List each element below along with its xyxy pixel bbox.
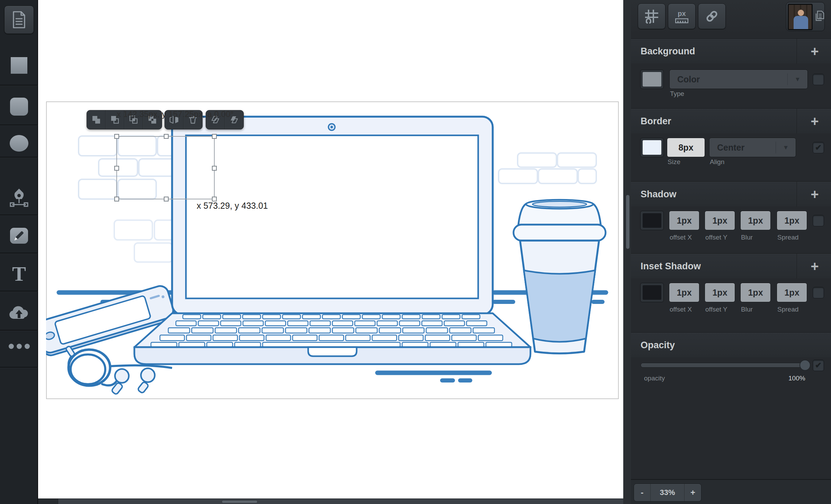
shadow-offset-y-input[interactable]: 1px [705, 211, 735, 230]
selection-handle-e[interactable] [212, 166, 217, 171]
horizontal-scrollbar-thumb[interactable] [222, 500, 258, 503]
blur-label: Blur [741, 234, 753, 241]
link-icon [705, 9, 719, 23]
border-enabled-checkbox[interactable]: ✔ [813, 142, 824, 153]
shadow-color-swatch[interactable] [640, 211, 664, 230]
selection-handle-w[interactable] [114, 166, 119, 171]
inset-shadow-blur-input[interactable]: 1px [740, 283, 771, 302]
more-tool[interactable] [0, 341, 38, 351]
opacity-label: opacity [644, 375, 665, 382]
background-type-dropdown[interactable]: Color ▼ [669, 70, 808, 89]
background-color-swatch[interactable] [640, 70, 664, 89]
section-shadow: Shadow + [631, 181, 831, 206]
selection-handle-sw[interactable] [114, 197, 119, 201]
grid-settings-button[interactable] [638, 3, 665, 29]
blur-label: Blur [741, 306, 753, 313]
add-shadow-button[interactable]: + [803, 182, 827, 207]
selection-handle-ne[interactable] [212, 134, 217, 139]
chevron-down-icon: ▼ [776, 142, 796, 153]
section-title: Border [641, 109, 671, 134]
units-label: px [678, 10, 686, 18]
section-title: Shadow [641, 182, 677, 207]
align-label: Align [710, 158, 724, 166]
type-label: Type [670, 90, 684, 98]
page-tool[interactable] [4, 6, 34, 34]
opacity-slider[interactable] [641, 363, 808, 368]
opacity-enabled-checkbox[interactable]: ✔ [813, 360, 824, 371]
coffee-cup[interactable] [513, 200, 606, 353]
offset-x-label: offset X [670, 234, 692, 241]
tool-sidebar: T [0, 0, 38, 504]
selection-handle-nw[interactable] [114, 134, 119, 139]
background-enabled-checkbox[interactable] [813, 74, 824, 85]
pencil-icon [13, 230, 25, 242]
border-color-swatch[interactable] [640, 138, 664, 157]
shadow-enabled-checkbox[interactable] [813, 215, 824, 226]
text-tool[interactable]: T [0, 263, 38, 285]
ruler-icon [675, 18, 688, 23]
section-title: Opacity [641, 333, 675, 358]
publish-tool[interactable] [9, 305, 29, 321]
border-align-dropdown[interactable]: Center ▼ [709, 138, 796, 157]
selection-handle-n[interactable] [164, 134, 169, 139]
zoom-control: - 33% + [634, 484, 702, 502]
shadow-blur-input[interactable]: 1px [740, 211, 771, 230]
opacity-slider-knob[interactable] [799, 360, 811, 371]
offset-y-label: offset Y [705, 306, 727, 313]
pages-icon [815, 11, 825, 23]
pages-button[interactable] [786, 2, 825, 31]
pen-nib-icon [9, 188, 29, 208]
ellipse-tool[interactable] [10, 135, 28, 152]
link-button[interactable] [698, 3, 726, 29]
offset-x-label: offset X [670, 306, 692, 313]
canvas-region[interactable]: x 142.35px, y 157.25px, a 0.00° x 573.29… [38, 0, 623, 498]
rounded-rectangle-tool[interactable] [10, 98, 28, 116]
opacity-value: 100% [788, 375, 805, 382]
selection-bounding-box[interactable] [116, 136, 215, 199]
inset-shadow-enabled-checkbox[interactable] [813, 287, 824, 298]
inset-shadow-color-swatch[interactable] [640, 283, 664, 302]
shadow-spread-input[interactable]: 1px [777, 211, 807, 230]
inset-shadow-offset-x-input[interactable]: 1px [669, 283, 699, 302]
vertical-scrollbar-thumb[interactable] [626, 195, 630, 249]
zoom-out-button[interactable]: - [634, 484, 651, 501]
pen-tool[interactable] [9, 188, 29, 208]
border-size-input[interactable]: 8px [667, 138, 705, 157]
cloud-upload-icon [9, 305, 29, 321]
section-background: Background + [631, 38, 831, 63]
rectangle-tool[interactable] [11, 57, 27, 74]
position-readout: x 142.35px, y 157.25px, a 0.00° [117, 109, 234, 119]
add-border-button[interactable]: + [803, 109, 827, 134]
selection-handle-s[interactable] [164, 197, 169, 201]
units-button[interactable]: px [668, 3, 696, 29]
zoom-level[interactable]: 33% [651, 484, 685, 501]
inspector-topbar: px [631, 0, 831, 35]
add-inset-shadow-button[interactable]: + [803, 254, 827, 279]
avatar[interactable] [788, 4, 813, 30]
boolean-union-button[interactable] [87, 110, 106, 129]
horizontal-scrollbar[interactable] [38, 498, 623, 504]
zoom-in-button[interactable]: + [685, 484, 701, 501]
grid-icon [644, 9, 659, 24]
spread-label: Spread [777, 306, 798, 313]
document-icon [12, 11, 26, 28]
cursor-readout: x 573.29, y 433.01 [197, 201, 268, 211]
boolean-union-icon [91, 115, 101, 125]
chevron-down-icon: ▼ [787, 73, 807, 85]
text-tool-glyph: T [12, 262, 26, 286]
ellipsis-icon [9, 344, 14, 349]
app-window: x 142.35px, y 157.25px, a 0.00° x 573.29… [0, 0, 831, 504]
section-title: Background [641, 39, 695, 64]
section-border: Border + [631, 108, 831, 133]
section-title: Inset Shadow [641, 254, 701, 279]
vertical-scrollbar[interactable] [623, 0, 631, 504]
section-opacity: Opacity [631, 332, 831, 357]
add-background-button[interactable]: + [803, 39, 827, 64]
pencil-tool[interactable] [10, 228, 28, 244]
inset-shadow-spread-input[interactable]: 1px [777, 283, 807, 302]
scrollbar-corner [38, 499, 58, 504]
inset-shadow-offset-y-input[interactable]: 1px [705, 283, 735, 302]
brick-group-right [499, 153, 596, 183]
size-label: Size [668, 158, 680, 166]
shadow-offset-x-input[interactable]: 1px [669, 211, 699, 230]
